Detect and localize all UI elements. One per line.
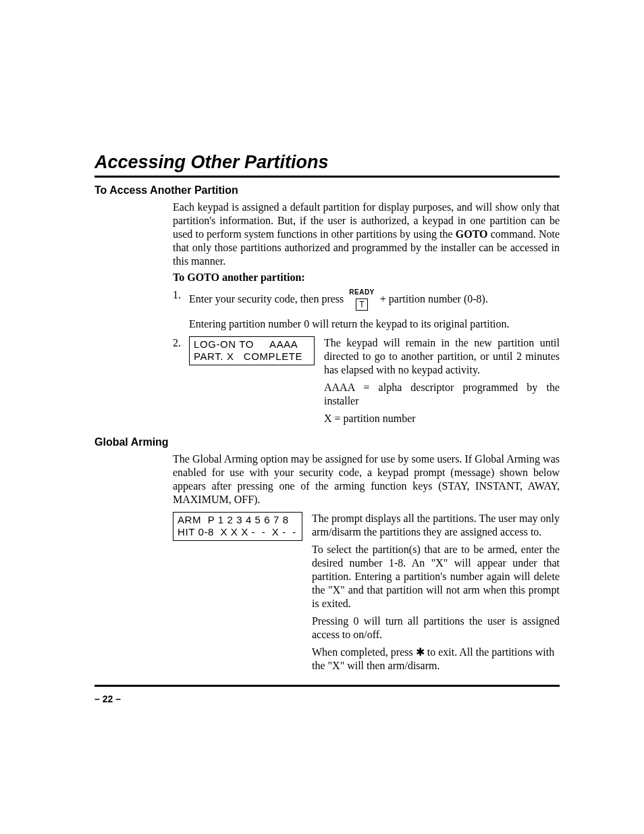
step2-p3: X = partition number <box>324 412 560 425</box>
step1-inline: Enter your security code, then press REA… <box>189 288 560 311</box>
lcd1-line1: LOG-ON TO AAAA <box>194 338 298 350</box>
lcd2-line2: HIT 0-8 X X X - - X - - <box>178 526 296 538</box>
ready-label: READY <box>349 288 375 297</box>
s2-p4: When completed, press ✱ to exit. All the… <box>312 646 560 673</box>
s2-p3: Pressing 0 will turn all partitions the … <box>312 615 560 642</box>
step1-text-b: + partition number (0-8). <box>380 292 488 306</box>
step1-content: Enter your security code, then press REA… <box>189 288 560 331</box>
section1-subhead: To GOTO another partition: <box>173 271 560 284</box>
step1-note: Entering partition number 0 will return … <box>189 317 560 331</box>
s2-p4a: When completed, press <box>312 646 416 658</box>
section1-intro: Each keypad is assigned a default partit… <box>173 201 560 268</box>
step2-right: The keypad will remain in the new partit… <box>324 336 560 429</box>
step1-number: 1. <box>173 288 189 331</box>
page: Accessing Other Partitions To Access Ano… <box>0 0 644 834</box>
page-number: – 22 – <box>95 694 121 704</box>
section2-right: The prompt displays all the partitions. … <box>312 512 560 677</box>
lcd-display-logon: LOG-ON TO AAAA PART. X COMPLETE <box>189 336 315 366</box>
end-rule <box>95 685 560 687</box>
step2-row: 2. LOG-ON TO AAAA PART. X COMPLETE The k… <box>173 336 560 429</box>
section2-intro: The Global Arming option may be assigned… <box>173 452 560 506</box>
step2-number: 2. <box>173 336 189 429</box>
section2-lcd-wrap: ARM P 1 2 3 4 5 6 7 8 HIT 0-8 X X X - - … <box>173 512 302 677</box>
section1-body: Each keypad is assigned a default partit… <box>173 201 560 429</box>
lcd2-line1: ARM P 1 2 3 4 5 6 7 8 <box>178 514 289 525</box>
title-rule <box>95 176 560 178</box>
lcd1-line2: PART. X COMPLETE <box>194 350 302 362</box>
step2-content: LOG-ON TO AAAA PART. X COMPLETE The keyp… <box>189 336 560 429</box>
step2-two-col: LOG-ON TO AAAA PART. X COMPLETE The keyp… <box>189 336 560 429</box>
lcd-display-arm: ARM P 1 2 3 4 5 6 7 8 HIT 0-8 X X X - - … <box>173 512 302 542</box>
star-icon: ✱ <box>416 646 425 658</box>
s2-p2: To select the partition(s) that are to b… <box>312 543 560 610</box>
ready-key-stack: READY T <box>348 288 376 311</box>
section-heading-global: Global Arming <box>95 436 560 448</box>
section-heading-access: To Access Another Partition <box>95 184 560 197</box>
step2-lcd-wrap: LOG-ON TO AAAA PART. X COMPLETE <box>189 336 315 429</box>
step2-p1: The keypad will remain in the new partit… <box>324 336 560 377</box>
page-title: Accessing Other Partitions <box>95 152 560 173</box>
s2-p1: The prompt displays all the partitions. … <box>312 512 560 539</box>
step2-p2: AAAA = alpha descriptor programmed by th… <box>324 381 560 408</box>
step1-row: 1. Enter your security code, then press … <box>173 288 560 331</box>
section2-body: The Global Arming option may be assigned… <box>173 452 560 677</box>
key-t: T <box>356 298 368 311</box>
intro-goto: GOTO <box>456 228 488 240</box>
section2-two-col: ARM P 1 2 3 4 5 6 7 8 HIT 0-8 X X X - - … <box>173 512 560 677</box>
step1-text-a: Enter your security code, then press <box>189 292 344 306</box>
